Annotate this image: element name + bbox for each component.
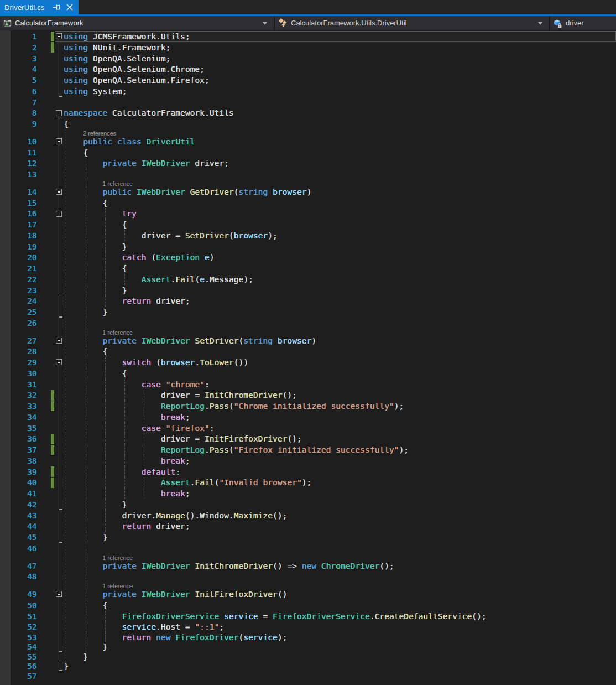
- code-line[interactable]: 30 {: [0, 368, 616, 379]
- code-editor[interactable]: 1using JCMSFramework.Utils;2using NUnit.…: [0, 30, 616, 685]
- fold-toggle[interactable]: [56, 211, 62, 217]
- code-line-text: public class DriverUtil: [64, 136, 195, 147]
- code-line[interactable]: 16 try: [0, 208, 616, 219]
- change-bar: [51, 401, 54, 412]
- code-line[interactable]: 26: [0, 318, 616, 329]
- fold-toggle[interactable]: [56, 33, 62, 39]
- fold-toggle[interactable]: [56, 591, 62, 597]
- fold-region-line: [59, 217, 60, 296]
- code-line[interactable]: 52 service.Host = "::1";: [0, 621, 616, 632]
- code-line[interactable]: 20 catch (Exception e): [0, 252, 616, 263]
- code-line[interactable]: 34 break;: [0, 412, 616, 423]
- code-line-text: break;: [64, 412, 190, 423]
- code-line[interactable]: 40 Assert.Fail("Invalid browser");: [0, 477, 616, 488]
- code-line[interactable]: 28 {: [0, 346, 616, 357]
- chevron-down-icon[interactable]: [263, 22, 267, 25]
- code-line[interactable]: 11 {: [0, 147, 616, 158]
- code-line[interactable]: 29 switch (browser.ToLower()): [0, 357, 616, 368]
- code-line-text: return driver;: [64, 521, 190, 532]
- code-line[interactable]: 33 ReportLog.Pass("Chrome initialized su…: [0, 401, 616, 412]
- code-line[interactable]: 1using JCMSFramework.Utils;: [0, 31, 616, 42]
- pin-icon[interactable]: [53, 3, 60, 11]
- fold-region-end-tick: [59, 670, 62, 671]
- type-dropdown[interactable]: CalculatorFramework.Utils.DriverUtil: [275, 16, 550, 30]
- code-line[interactable]: 57: [0, 671, 616, 681]
- code-line[interactable]: 49 private IWebDriver InitFirefoxDriver(…: [0, 589, 616, 600]
- line-number: 52: [11, 621, 37, 632]
- code-line[interactable]: 38 break;: [0, 455, 616, 466]
- indent-guide: [66, 582, 66, 589]
- fold-region-end-tick: [59, 316, 62, 318]
- code-line[interactable]: 39 default:: [0, 466, 616, 478]
- chevron-down-icon[interactable]: [538, 22, 542, 25]
- code-line[interactable]: 2using NUnit.Framework;: [0, 42, 616, 53]
- code-line[interactable]: 44 return driver;: [0, 521, 616, 532]
- code-line[interactable]: 51 FirefoxDriverService service = Firefo…: [0, 611, 616, 622]
- code-line-text: catch (Exception e): [64, 252, 214, 263]
- field-private-icon: [553, 18, 562, 28]
- code-line[interactable]: 22 Assert.Fail(e.Message);: [0, 274, 616, 285]
- code-line[interactable]: 55 }: [0, 652, 616, 661]
- code-line[interactable]: 18 driver = SetDriver(browser);: [0, 230, 616, 241]
- code-line[interactable]: 25 }: [0, 307, 616, 318]
- code-line[interactable]: 14 public IWebDriver GetDriver(string br…: [0, 186, 616, 198]
- code-line[interactable]: 21 {: [0, 263, 616, 274]
- code-line[interactable]: 15 {: [0, 198, 616, 209]
- code-line[interactable]: 47 private IWebDriver InitChromeDriver()…: [0, 561, 616, 572]
- code-line[interactable]: 43 driver.Manage().Window.Maximize();: [0, 510, 616, 521]
- code-line[interactable]: 27 private IWebDriver SetDriver(string b…: [0, 335, 616, 346]
- member-dropdown[interactable]: driver: [550, 16, 616, 30]
- code-line[interactable]: 35 case "firefox":: [0, 423, 616, 434]
- code-line[interactable]: 12 private IWebDriver driver;: [0, 158, 616, 169]
- code-line[interactable]: 48: [0, 571, 616, 582]
- code-line[interactable]: 46: [0, 543, 616, 554]
- line-number: 42: [11, 499, 37, 510]
- fold-toggle[interactable]: [56, 138, 62, 144]
- code-line[interactable]: 37 ReportLog.Pass("Firefox initialized s…: [0, 444, 616, 455]
- code-line[interactable]: 9{: [0, 118, 616, 129]
- fold-toggle[interactable]: [56, 189, 62, 195]
- line-number: 19: [11, 241, 37, 252]
- line-number: 8: [11, 107, 37, 118]
- code-line[interactable]: 19 }: [0, 241, 616, 252]
- fold-toggle[interactable]: [56, 338, 62, 344]
- code-line[interactable]: 7: [0, 97, 616, 108]
- indent-guide: [66, 571, 66, 582]
- fold-toggle[interactable]: [56, 359, 62, 365]
- code-line[interactable]: 42 }: [0, 499, 616, 510]
- code-line[interactable]: 3using OpenQA.Selenium;: [0, 53, 616, 64]
- tab-driverutil[interactable]: DriverUtil.cs: [0, 0, 79, 14]
- code-line[interactable]: 10 public class DriverUtil: [0, 136, 616, 147]
- code-line[interactable]: 23 }: [0, 285, 616, 296]
- code-line[interactable]: 41 break;: [0, 488, 616, 499]
- line-number: 11: [11, 147, 37, 158]
- code-line-text: default:: [64, 466, 180, 478]
- line-number: 43: [11, 510, 37, 521]
- code-line[interactable]: 36 driver = InitFirefoxDriver();: [0, 433, 616, 444]
- code-line[interactable]: 53 return new FirefoxDriver(service);: [0, 632, 616, 642]
- project-dropdown[interactable]: CalculatorFramework: [0, 16, 275, 30]
- code-line[interactable]: 13: [0, 169, 616, 180]
- code-line[interactable]: 31 case "chrome":: [0, 379, 616, 390]
- close-icon[interactable]: [66, 3, 74, 11]
- code-line[interactable]: 6using System;: [0, 86, 616, 97]
- code-line-text: }: [64, 642, 107, 651]
- code-line[interactable]: 4using OpenQA.Selenium.Chrome;: [0, 64, 616, 75]
- line-number: 14: [11, 186, 37, 198]
- line-number: 28: [11, 346, 37, 357]
- line-number: 49: [11, 589, 37, 600]
- fold-region-line: [59, 365, 60, 510]
- code-line[interactable]: 32 driver = InitChromeDriver();: [0, 390, 616, 401]
- fold-toggle[interactable]: [56, 110, 62, 116]
- code-line[interactable]: 8namespace CalculatorFramework.Utils: [0, 107, 616, 118]
- code-line[interactable]: 5using OpenQA.Selenium.Firefox;: [0, 75, 616, 86]
- code-line[interactable]: 45 }: [0, 532, 616, 543]
- code-line[interactable]: 50 {: [0, 600, 616, 611]
- code-line[interactable]: 24 return driver;: [0, 295, 616, 307]
- code-line[interactable]: 17 {: [0, 219, 616, 230]
- line-number: 1: [11, 31, 37, 42]
- code-line[interactable]: 54 }: [0, 642, 616, 651]
- code-line-text: driver.Manage().Window.Maximize();: [64, 510, 287, 521]
- code-line-text: driver = InitChromeDriver();: [64, 390, 297, 401]
- code-line[interactable]: 56}: [0, 661, 616, 671]
